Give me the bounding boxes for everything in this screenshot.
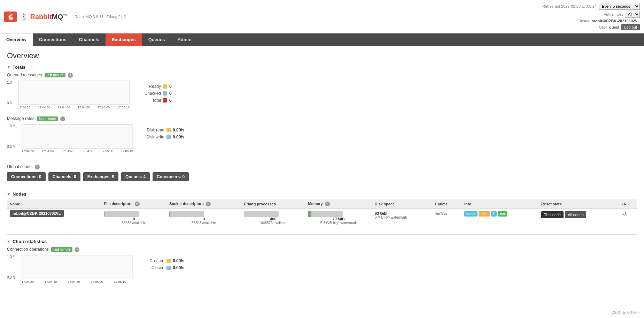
ready-color-swatch (163, 84, 167, 89)
disk-write-label: Disk write (143, 135, 164, 139)
consumers-badge[interactable]: Consumers: 0 (153, 172, 189, 181)
legend-total-value: 0 (169, 98, 172, 103)
vhost-label: Virtual host (604, 12, 623, 16)
churn-statistics-section: ▼ Churn statistics Connection operations… (7, 239, 637, 283)
table-row: rabbit@CZBK-20210302VL 0 65536 available (7, 209, 637, 227)
nav-item-admin[interactable]: Admin (171, 33, 197, 46)
refresh-row: Refreshed 2022-02-28 17:05:24 Manually E… (542, 3, 640, 10)
churn-chart-box: 1.0 /s 0.0 /s 17:04:30 17:04:40 17:04:50… (7, 255, 133, 283)
chart2-y-axis: 1.0 /s 0.0 /s (7, 124, 15, 149)
col-name: Name (7, 199, 101, 209)
col-socket-desc: Socket descriptors ? (166, 199, 241, 209)
logout-button[interactable]: Log out (621, 24, 640, 30)
totals-label: Totals (13, 65, 25, 70)
queued-messages-help[interactable]: ? (68, 73, 73, 78)
created-value: 0.00/s (173, 258, 184, 263)
message-rates-chart-box: 1.0 /s 0.0 /s 17:04:20 17:04:30 17:04:40… (7, 124, 133, 153)
socket-desc-cell: 0 58893 available (166, 209, 241, 227)
churn-label: Churn statistics (13, 239, 47, 244)
disk-value: 83 GiB (375, 211, 429, 215)
exchanges-badge[interactable]: Exchanges: 9 (83, 172, 118, 181)
col-file-desc: File descriptors ? (101, 199, 166, 209)
divider-2 (7, 187, 637, 187)
col-reset: Reset stats (538, 199, 619, 209)
nav-item-exchanges[interactable]: Exchanges (106, 33, 142, 46)
socket-desc-value: 0 (169, 217, 238, 221)
refresh-select[interactable]: Manually Every 5 seconds Every 10 second… (599, 3, 640, 10)
erlang-fill (244, 211, 244, 217)
cluster-row: Cluster rabbit@CZBK-20210302VL (577, 19, 640, 23)
uptime-cell: 4m 33s (432, 209, 461, 227)
connection-ops-help[interactable]: ? (75, 247, 79, 252)
totals-arrow: ▼ (7, 65, 10, 69)
erlang-cell: 400 1048576 available (241, 209, 305, 227)
col-info: Info (461, 199, 538, 209)
created-swatch (166, 259, 171, 263)
node-name-cell: rabbit@CZBK-20210302VL (7, 209, 101, 227)
message-rates-help[interactable]: ? (60, 116, 65, 121)
this-node-button[interactable]: This node (541, 211, 564, 218)
message-rates-badge: last minute (37, 116, 58, 121)
logo-icon: 🐇 (4, 12, 17, 22)
top-right-info: Refreshed 2022-02-28 17:05:24 Manually E… (542, 3, 640, 30)
closed-swatch (166, 266, 171, 270)
chart1-y-axis: 1.0 0.0 (7, 81, 12, 105)
logo-tm: TM (63, 13, 68, 17)
legend-unacked-label: Unacked (140, 91, 161, 96)
legend-unacked-value: 0 (169, 91, 172, 96)
nav-item-channels[interactable]: Channels (73, 33, 106, 46)
churn-toggle[interactable]: ▼ Churn statistics (7, 239, 637, 244)
socket-desc-available: 58893 available (169, 221, 238, 225)
vhost-row: Virtual host All (604, 11, 640, 18)
file-desc-available: 65536 available (104, 221, 164, 225)
header: 🐇 🐇 RabbitMQTM RabbitMQ 3.9.13 Erlang 24… (0, 0, 644, 33)
reset-btns: This node All nodes (541, 211, 616, 218)
col-uptime: Uptime (432, 199, 461, 209)
totals-toggle[interactable]: ▼ Totals (7, 65, 637, 70)
nav-item-overview[interactable]: Overview (0, 33, 33, 46)
legend-closed: Closed 0.00/s (143, 265, 184, 270)
legend-created: Created 0.00/s (143, 258, 184, 263)
disk-read-value: 0.00/s (173, 128, 184, 132)
global-counts-title: Global counts ? (7, 164, 637, 169)
info-tags: basic disc 1 rss (464, 211, 536, 217)
disk-write-swatch (166, 135, 171, 139)
socket-desc-fill (169, 211, 170, 217)
connections-badge[interactable]: Connections: 0 (7, 172, 46, 181)
legend-disk-read: Disk read 0.00/s (143, 128, 184, 132)
col-plusminus[interactable]: +/- (619, 199, 637, 209)
nav-item-queues[interactable]: Queues (142, 33, 171, 46)
vhost-select[interactable]: All (625, 11, 640, 18)
message-rates-section: Message rates last minute ? 1.0 /s 0.0 /… (7, 116, 637, 153)
disk-cell: 83 GiB 8 MiB low watermark (372, 209, 432, 227)
global-counts-help[interactable]: ? (35, 165, 40, 169)
churn-arrow: ▼ (7, 240, 10, 243)
count-badges-row: Connections: 0 Channels: 0 Exchanges: 9 … (7, 172, 637, 181)
message-rates-canvas (22, 124, 133, 149)
created-label: Created (143, 258, 164, 263)
memory-fill (308, 211, 311, 217)
all-nodes-button[interactable]: All nodes (565, 211, 586, 218)
info-cell: basic disc 1 rss (461, 209, 538, 227)
main-content: Overview ▼ Totals Queued messages last m… (0, 46, 644, 318)
message-rates-legend: Disk read 0.00/s Disk write 0.00/s (143, 124, 184, 139)
tag-disc: disc (479, 211, 490, 217)
queues-badge[interactable]: Queues: 4 (121, 172, 150, 181)
unacked-color-swatch (163, 91, 167, 96)
churn-canvas (22, 255, 133, 279)
plus-minus-cell[interactable]: +/- (619, 209, 637, 227)
plus-minus-icon[interactable]: +/- (622, 211, 628, 217)
erlang-available: 1048576 available (244, 221, 302, 225)
nodes-toggle[interactable]: ▼ Nodes (7, 191, 637, 197)
nav-item-connections[interactable]: Connections (33, 33, 73, 46)
legend-ready: Ready 0 (140, 84, 172, 89)
refreshed-label: Refreshed 2022-02-28 17:05:24 (542, 4, 597, 8)
cluster-value: rabbit@CZBK-20210302VL (592, 19, 640, 23)
channels-badge[interactable]: Channels: 0 (48, 172, 80, 181)
queued-messages-section: Queued messages last minute ? 1.0 0.0 17… (7, 73, 637, 109)
nodes-table-header: Name File descriptors ? Socket descripto… (7, 199, 637, 209)
chart3-y-axis: 1.0 /s 0.0 /s (7, 255, 15, 279)
user-row: User guest Log out (599, 24, 640, 30)
legend-total-label: Total (140, 98, 161, 103)
col-disk: Disk space (372, 199, 432, 209)
